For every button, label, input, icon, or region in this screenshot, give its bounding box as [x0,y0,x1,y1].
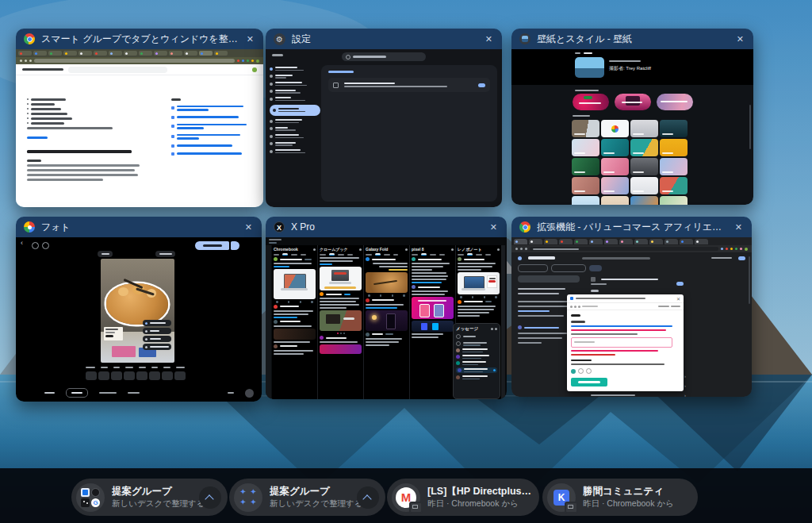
window-preview [16,49,263,207]
window-x-pro[interactable]: X X Pro ✕ Chromebook [266,217,507,399]
window-titlebar: フォト ✕ [16,217,262,237]
wallpaper-collection-tile [601,177,629,194]
close-icon[interactable]: ✕ [733,221,744,233]
decor [458,269,481,271]
scrollbar [749,256,751,304]
shelf-group-suggestion-2[interactable]: ✦ ✦ ✦ ✦ 提案グループ 新しいデスクで整理する [229,479,385,516]
decor [270,150,273,153]
window-preview: 撮影者: Trey Ratcliff [511,49,753,205]
decor [136,371,147,380]
decor [412,285,416,289]
decor [412,294,445,295]
window-wallpaper[interactable]: 壁紙とスタイル - 壁紙 ✕ 撮影者: Trey Ratcliff [511,29,753,205]
decor [329,282,351,284]
decor [372,299,394,301]
decor [528,256,555,260]
decor [177,144,232,147]
decor [270,98,273,101]
decor [105,335,113,337]
decor [274,253,316,256]
decor [270,67,273,71]
decor [324,286,356,289]
decor: › [684,374,686,379]
decor [177,152,242,155]
decor [278,111,305,113]
window-extensions[interactable]: 拡張機能 - バリューコマース アフィリエイト機能拡張 ✕ [511,217,752,397]
decor [278,108,305,112]
decor [171,106,174,110]
decor [177,109,209,111]
chromebook-badge-icon [565,502,578,513]
back-icon: ‹ [21,240,23,247]
decor [484,296,486,298]
decor [458,257,462,261]
close-icon[interactable]: ✕ [735,33,745,45]
wallpaper-collection-tile [572,196,599,205]
decor [278,108,299,110]
decor [458,254,464,256]
decor [20,60,22,62]
decor [485,254,491,256]
decor [333,83,339,88]
close-icon[interactable]: ✕ [243,221,254,233]
decor: ✦ [239,498,248,507]
decor [487,275,497,288]
decor [98,371,109,380]
decor [113,367,120,368]
decor [145,338,147,340]
decor [274,329,316,340]
decor [489,278,496,279]
messages-selected-row [456,367,497,373]
wallpaper-collection-tile [601,139,629,156]
decor [282,253,288,256]
decor [458,257,500,261]
decor [366,338,402,340]
decor [518,337,562,339]
decor [313,248,316,251]
decor [571,360,592,362]
decor [525,248,527,250]
decor [112,346,136,357]
decor [177,106,243,108]
decor [27,103,29,105]
decor [340,333,342,334]
decor [518,293,559,294]
decor [68,67,167,73]
decor [25,60,27,62]
decor [412,279,446,280]
shelf-tab-suggestion-gmail[interactable]: M [LS]【HP Directplus】お貸... 昨日 · Chromebo… [387,479,539,516]
close-icon[interactable]: ✕ [484,33,494,45]
decor [27,164,140,167]
expand-chevron-button[interactable] [199,486,221,509]
decor [586,368,592,374]
decor [27,122,146,125]
decor [177,127,204,129]
decor [439,254,445,256]
decor [571,321,585,323]
decor [320,336,362,340]
decor [252,67,257,72]
decor [27,179,103,181]
shelf-tab-suggestion-community[interactable]: K 勝間コミュニティ 昨日 · Chromebook から [542,479,698,516]
shelf-group-suggestion-1[interactable]: G 提案グループ 新しいデスクで整理する [71,479,228,516]
decor [270,75,317,79]
decor [412,263,450,264]
close-icon[interactable]: ✕ [245,33,255,45]
decor [604,239,618,244]
window-title: スマート グループでタブとウィンドウを整理する -... [41,33,239,46]
decor [456,361,460,365]
window-settings[interactable]: ⚙ 設定 ✕ [266,29,502,207]
decor [48,51,62,56]
decor [662,171,673,173]
window-chrome-help[interactable]: スマート グループでタブとウィンドウを整理する -... ✕ [16,29,263,207]
decor [456,348,497,352]
decor [269,239,282,240]
decor [128,392,140,394]
window-photos[interactable]: フォト ✕ ‹ [16,217,262,402]
expand-chevron-button[interactable] [357,486,379,509]
close-icon[interactable]: ✕ [488,221,499,233]
decor [274,344,316,348]
decor [177,137,199,140]
decor [71,392,82,394]
decor [274,320,316,324]
